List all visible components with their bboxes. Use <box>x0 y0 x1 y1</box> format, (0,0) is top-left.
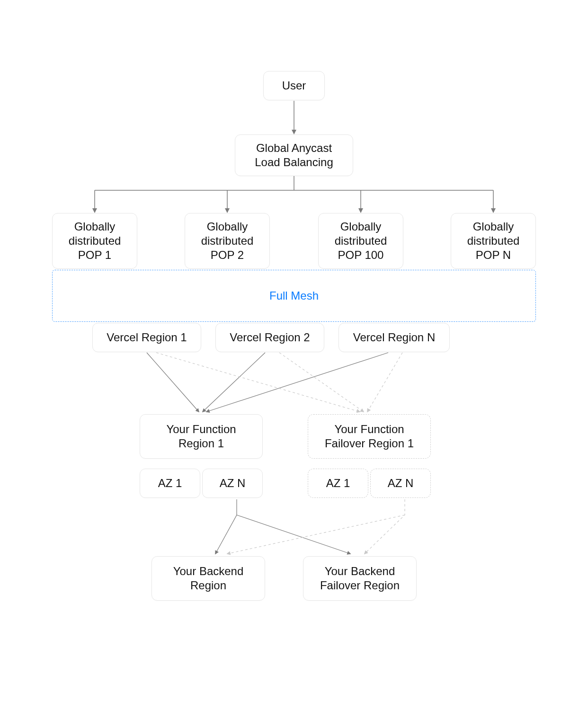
node-az-primary-n-label: AZ N <box>220 476 246 490</box>
node-function-primary-label: Your Function Region 1 <box>166 422 236 451</box>
node-az-failover-n-label: AZ N <box>388 476 414 490</box>
node-function-failover-label: Your Function Failover Region 1 <box>325 422 414 451</box>
node-az-failover-1: AZ 1 <box>308 469 368 498</box>
node-pop-2-label: Globally distributed POP 2 <box>201 220 254 262</box>
node-pop-1-label: Globally distributed POP 1 <box>69 220 121 262</box>
node-region-n-label: Vercel Region N <box>353 330 435 345</box>
node-pop-1: Globally distributed POP 1 <box>52 213 137 269</box>
node-user: User <box>263 71 325 100</box>
node-full-mesh: Full Mesh <box>52 270 536 322</box>
architecture-diagram: User Global Anycast Load Balancing Globa… <box>0 0 588 710</box>
node-full-mesh-label: Full Mesh <box>269 289 319 302</box>
node-backend-failover-label: Your Backend Failover Region <box>320 564 400 593</box>
node-region-2-label: Vercel Region 2 <box>230 330 310 345</box>
node-region-1-label: Vercel Region 1 <box>107 330 187 345</box>
node-backend-primary: Your Backend Region <box>151 556 265 601</box>
connectors <box>0 0 588 710</box>
node-pop-100: Globally distributed POP 100 <box>318 213 403 269</box>
node-az-failover-1-label: AZ 1 <box>326 476 350 490</box>
node-pop-n-label: Globally distributed POP N <box>467 220 520 262</box>
node-az-failover-n: AZ N <box>370 469 431 498</box>
node-region-1: Vercel Region 1 <box>92 323 201 352</box>
node-pop-2: Globally distributed POP 2 <box>185 213 270 269</box>
node-anycast: Global Anycast Load Balancing <box>235 134 353 176</box>
node-az-primary-n: AZ N <box>202 469 263 498</box>
node-function-failover: Your Function Failover Region 1 <box>308 414 431 459</box>
node-az-primary-1: AZ 1 <box>140 469 200 498</box>
node-pop-100-label: Globally distributed POP 100 <box>335 220 387 262</box>
node-region-n: Vercel Region N <box>339 323 450 352</box>
node-user-label: User <box>282 79 306 93</box>
node-region-2: Vercel Region 2 <box>215 323 324 352</box>
node-anycast-label: Global Anycast Load Balancing <box>255 141 333 169</box>
node-az-primary-1-label: AZ 1 <box>158 476 182 490</box>
node-backend-primary-label: Your Backend Region <box>173 564 244 593</box>
node-function-primary: Your Function Region 1 <box>140 414 263 459</box>
node-pop-n: Globally distributed POP N <box>451 213 536 269</box>
node-backend-failover: Your Backend Failover Region <box>303 556 417 601</box>
